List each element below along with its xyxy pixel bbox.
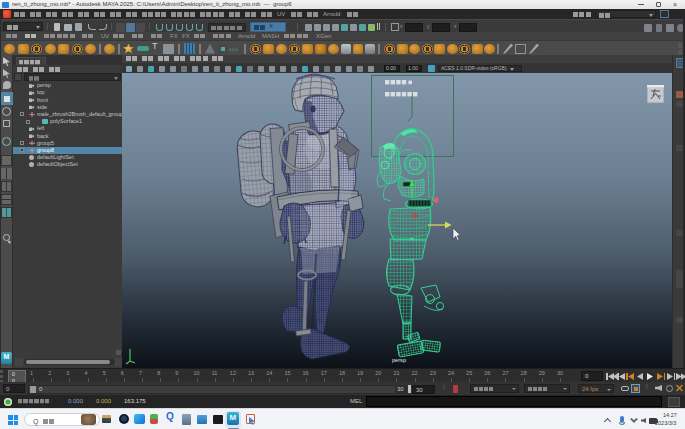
svg-text:persp: persp	[392, 357, 406, 363]
